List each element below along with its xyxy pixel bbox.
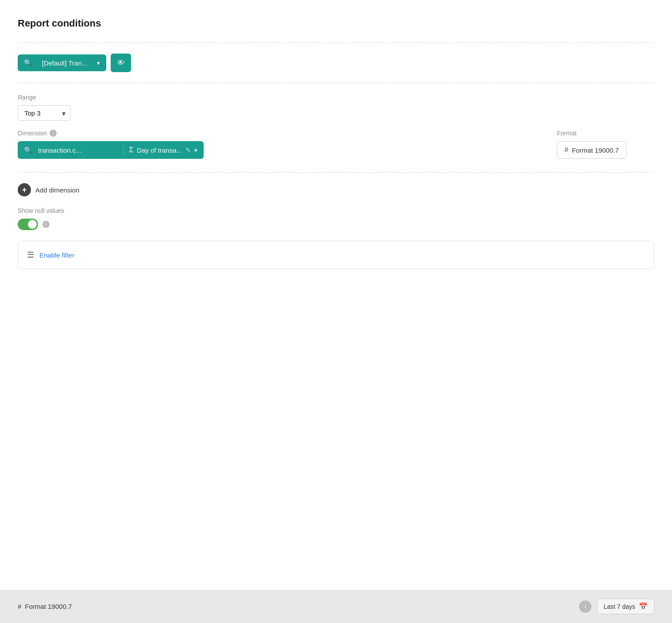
footer-info-icon[interactable]: i (579, 600, 591, 613)
dimension-right: Σ Day of transa... ✎ ▾ (129, 146, 197, 154)
eye-icon: 👁 (117, 58, 125, 68)
range-select[interactable]: Top 1 Top 3 Top 5 Top 10 All (18, 105, 71, 121)
null-values-info-icon[interactable]: i (42, 221, 50, 228)
null-values-toggle[interactable] (18, 219, 38, 230)
divider-1 (18, 83, 654, 83)
footer-right: i Last 7 days 📅 (579, 599, 654, 614)
format-col: Format # Format 19000.7 (557, 130, 654, 159)
dimension-left-text: transaction.c... (38, 146, 118, 154)
dimension-left-icon: 🔍 (24, 146, 33, 154)
format-value: Format 19000.7 (572, 146, 619, 154)
null-values-label: Show null values (18, 207, 654, 214)
search-icon-small: 🔍 (24, 59, 32, 67)
chevron-down-icon: ▾ (97, 60, 100, 66)
divider-top (18, 42, 654, 43)
calendar-icon: 📅 (639, 602, 648, 611)
eye-button[interactable]: 👁 (111, 54, 131, 72)
dimension-header: Dimension i (18, 130, 539, 137)
range-section: Range Top 1 Top 3 Top 5 Top 10 All (18, 94, 654, 121)
null-values-section: Show null values i (18, 207, 654, 230)
format-button[interactable]: # Format 19000.7 (557, 141, 626, 159)
dimension-col: Dimension i 🔍 transaction.c... Σ Day of … (18, 130, 539, 159)
enable-filter-label: Enable filter (39, 251, 74, 259)
sigma-icon: Σ (129, 146, 133, 154)
filter-icon: ☰ (27, 250, 34, 260)
view-dropdown-label: [Default] Tran... (36, 59, 93, 67)
view-selector-row: 🔍 [Default] Tran... ▾ 👁 (18, 54, 654, 72)
dimension-separator (123, 146, 124, 154)
last-days-label: Last 7 days (603, 603, 635, 610)
dimension-section: Dimension i 🔍 transaction.c... Σ Day of … (18, 130, 654, 159)
dimension-sigma-text: Day of transa... (137, 146, 182, 154)
add-dimension-label: Add dimension (35, 186, 79, 194)
footer-hash-icon: # (18, 603, 21, 610)
format-label: Format (557, 130, 654, 137)
footer-format-value: Format 19000.7 (25, 603, 72, 610)
last-days-button[interactable]: Last 7 days 📅 (597, 599, 654, 614)
add-circle-icon: + (18, 183, 31, 196)
chevron-down-icon[interactable]: ▾ (194, 147, 197, 154)
dimension-label: Dimension (18, 130, 47, 137)
dimension-format-row: Dimension i 🔍 transaction.c... Σ Day of … (18, 130, 654, 159)
range-label: Range (18, 94, 654, 101)
dimension-info-icon[interactable]: i (50, 130, 57, 137)
view-dropdown[interactable]: 🔍 [Default] Tran... ▾ (18, 54, 106, 71)
toggle-row: i (18, 219, 654, 230)
page-title: Report conditions (18, 18, 654, 29)
add-dimension-button[interactable]: + Add dimension (18, 183, 654, 196)
enable-filter-button[interactable]: ☰ Enable filter (18, 241, 654, 269)
edit-icon[interactable]: ✎ (185, 146, 191, 154)
footer-format: # Format 19000.7 (18, 603, 72, 610)
footer-bar: # Format 19000.7 i Last 7 days 📅 (0, 590, 672, 623)
hash-icon: # (564, 146, 568, 154)
range-select-wrapper: Top 1 Top 3 Top 5 Top 10 All (18, 105, 71, 121)
divider-2 (18, 172, 654, 173)
dimension-bar[interactable]: 🔍 transaction.c... Σ Day of transa... ✎ … (18, 141, 204, 159)
